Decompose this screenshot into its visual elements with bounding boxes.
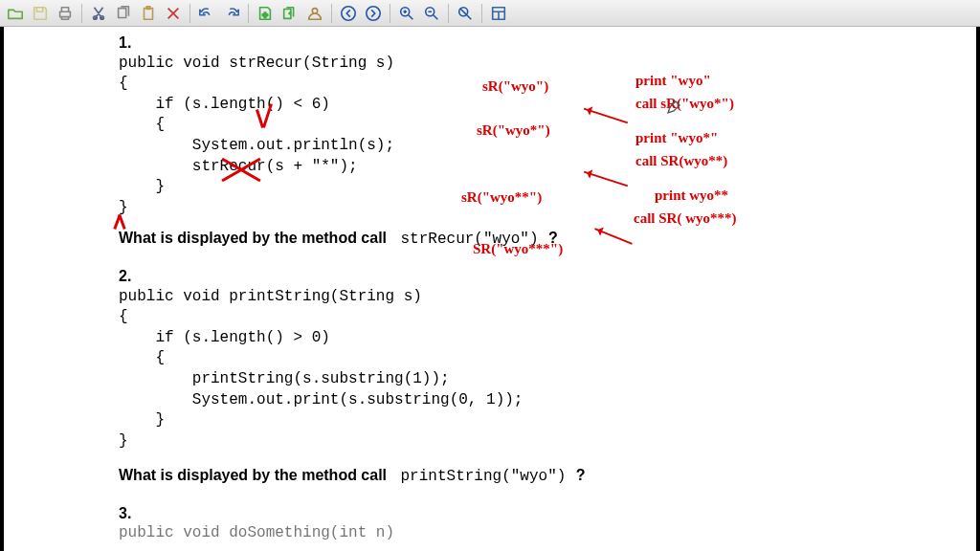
code-line: { [119,115,976,136]
zoom-out-button[interactable] [420,3,443,24]
print-button[interactable] [54,3,77,24]
question-end: ? [576,467,586,483]
question-label: What is displayed by the method call [119,230,387,246]
copy-icon [115,5,132,22]
layout-icon [490,5,507,22]
code-line: { [119,307,976,328]
code-line: } [119,198,976,219]
code-line: printString(s.substring(1)); [119,369,976,390]
undo-button[interactable] [195,3,218,24]
toolbar [0,0,980,27]
back-icon [340,5,357,22]
toolbar-separator [390,4,390,23]
forward-button[interactable] [362,3,385,24]
code-line: if (s.length() < 6) [119,95,976,116]
add-page-icon [256,5,274,22]
question-arg: strRecur("wyo") [401,231,539,248]
question-end: ? [548,230,558,246]
delete-button[interactable] [162,3,185,24]
problem-number-2: 2. [119,266,976,287]
zoom-in-icon [398,5,415,22]
save-button[interactable] [29,3,52,24]
toolbar-separator [81,4,82,23]
add-pages-icon [281,5,299,22]
question-label: What is displayed by the method call [119,467,387,483]
delete-icon [165,5,182,22]
code-line: public void strRecur(String s) [119,54,976,75]
paste-button[interactable] [137,3,160,24]
problem-number-3: 3. [119,503,976,524]
question-1: What is displayed by the method call str… [119,228,976,251]
code-line: System.out.print(s.substring(0, 1)); [119,390,976,411]
zoom-fit-button[interactable] [454,3,477,24]
code-line: } [119,431,976,452]
code-line: { [119,348,976,369]
app-window: 1. public void strRecur(String s) { if (… [0,0,980,551]
code-line: { [119,74,976,95]
problem-number-1: 1. [119,33,976,54]
copy-button[interactable] [112,3,135,24]
layout-button[interactable] [487,3,510,24]
add-pages-button[interactable] [278,3,301,24]
toolbar-separator [448,4,449,23]
question-2: What is displayed by the method call pri… [119,465,976,488]
zoom-out-icon [423,5,440,22]
redo-button[interactable] [220,3,243,24]
zoom-fit-icon [457,5,474,22]
code-line: if (s.length() > 0) [119,328,976,349]
zoom-in-button[interactable] [395,3,418,24]
code-line: } [119,410,976,431]
document-area: 1. public void strRecur(String s) { if (… [0,27,980,551]
undo-icon [198,5,215,22]
paste-icon [140,5,157,22]
page-content: 1. public void strRecur(String s) { if (… [4,27,976,544]
cut-button[interactable] [87,3,110,24]
code-line: public void doSomething(int n) [119,523,976,544]
cut-icon [90,5,107,22]
users-button[interactable] [303,3,326,24]
toolbar-separator [481,4,482,23]
toolbar-separator [189,4,190,23]
toolbar-separator [331,4,332,23]
forward-icon [365,5,382,22]
open-icon [7,5,24,22]
redo-icon [223,5,240,22]
code-line: System.out.println(s); [119,136,976,157]
toolbar-separator [248,4,249,23]
ink-scribble [116,214,125,230]
code-line: } [119,177,976,198]
add-page-button[interactable] [254,3,277,24]
code-line: public void printString(String s) [119,287,976,308]
back-button[interactable] [337,3,360,24]
open-button[interactable] [4,3,27,24]
question-arg: printString("wyo") [401,468,567,485]
users-icon [306,5,323,22]
print-icon [56,5,74,22]
save-icon [32,5,49,22]
code-line: strRecur(s + "*"); [119,157,976,178]
